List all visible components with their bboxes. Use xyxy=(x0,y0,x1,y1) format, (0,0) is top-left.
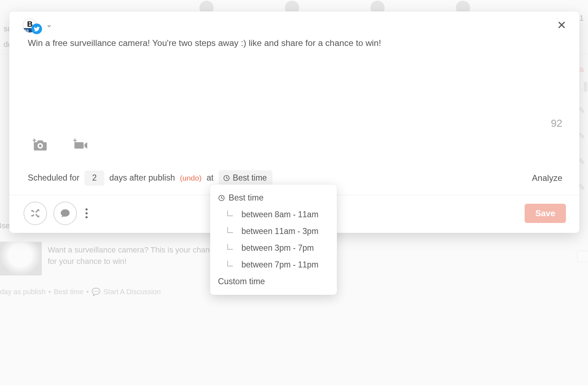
days-input[interactable] xyxy=(84,171,104,186)
avatar: BBS xyxy=(23,19,43,34)
more-button[interactable] xyxy=(83,208,90,218)
schedule-suffix: days after publish xyxy=(109,173,175,183)
dropdown-opt-3-7[interactable]: between 3pm - 7pm xyxy=(210,240,337,256)
dropdown-opt-8-11[interactable]: between 8am - 11am xyxy=(210,206,337,223)
dropdown-opt-7-11[interactable]: between 7pm - 11pm xyxy=(210,256,337,273)
char-counter: 92 xyxy=(9,116,579,129)
dropdown-opt-11-3[interactable]: between 11am - 3pm xyxy=(210,223,337,240)
modal-header: BBS xyxy=(9,11,579,34)
clock-icon xyxy=(223,175,230,182)
analyze-button[interactable]: Analyze xyxy=(532,173,562,183)
svg-rect-3 xyxy=(33,140,36,141)
save-button[interactable]: Save xyxy=(525,204,566,223)
time-dropdown: Best time between 8am - 11am between 11a… xyxy=(210,184,337,295)
add-photo-button[interactable] xyxy=(31,137,49,154)
account-selector[interactable]: BBS xyxy=(23,19,52,34)
chevron-down-icon xyxy=(46,22,52,31)
comment-button[interactable] xyxy=(53,202,77,225)
time-select[interactable]: Best time xyxy=(219,170,273,186)
dropdown-custom-time[interactable]: Custom time xyxy=(210,273,337,290)
schedule-label: Scheduled for xyxy=(28,173,79,183)
twitter-icon xyxy=(31,24,42,34)
dropdown-best-time[interactable]: Best time xyxy=(210,189,337,206)
shuffle-button[interactable] xyxy=(24,202,47,225)
schedule-at: at xyxy=(207,173,214,183)
svg-rect-5 xyxy=(73,140,77,141)
add-video-button[interactable] xyxy=(72,137,90,154)
close-button[interactable] xyxy=(555,18,569,33)
undo-link[interactable]: (undo) xyxy=(180,174,202,182)
svg-line-8 xyxy=(227,178,228,179)
compose-textarea[interactable] xyxy=(9,34,579,116)
clock-icon xyxy=(218,194,225,202)
svg-line-11 xyxy=(222,198,223,199)
